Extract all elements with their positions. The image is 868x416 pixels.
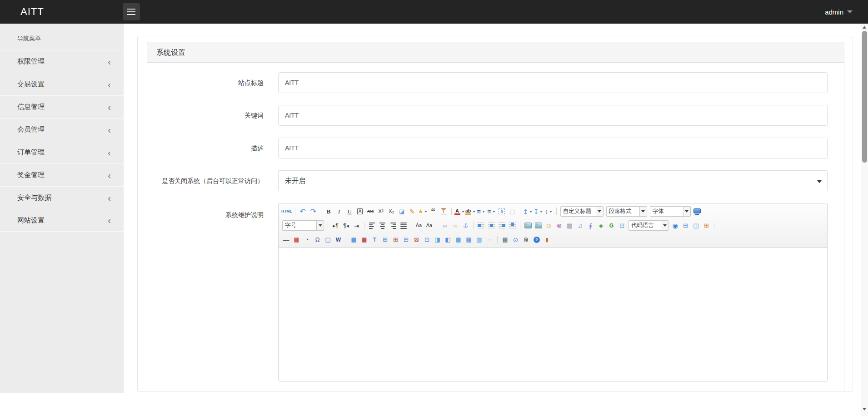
subscript-icon[interactable]: X₂ [387, 207, 396, 217]
image-block-center-icon[interactable] [487, 221, 496, 231]
italic-icon[interactable]: I [334, 207, 344, 217]
indent-icon[interactable]: ⇥ [352, 221, 361, 231]
webapp-icon[interactable]: ◉ [670, 221, 680, 231]
undo-icon[interactable]: ↶ [298, 207, 308, 217]
align-right-icon[interactable] [388, 221, 398, 231]
custom-title-dropdown[interactable]: 自定义标题 [560, 206, 604, 217]
sidebar-item[interactable]: 奖金管理‹ [0, 163, 124, 186]
image-float-left-icon[interactable] [476, 221, 486, 231]
select-all-icon[interactable]: a [497, 207, 507, 217]
insert-video-icon[interactable]: ▥ [565, 221, 574, 231]
sidebar-item[interactable]: 信息管理‹ [0, 95, 124, 118]
merge-down-icon[interactable]: ◧ [443, 235, 453, 245]
search-replace-icon[interactable]: ⋒ [521, 235, 531, 245]
link-icon[interactable]: ∞ [440, 221, 449, 231]
brand-logo[interactable]: AITT [20, 0, 44, 24]
font-border-icon[interactable]: A [355, 207, 365, 217]
delete-row-icon[interactable]: ⊟ [401, 235, 411, 245]
merge-cells-icon[interactable]: ⊡ [422, 235, 432, 245]
unordered-list-icon[interactable]: ≡ [487, 207, 496, 217]
insert-frame-icon[interactable]: ⊡ [617, 221, 627, 231]
remove-format-icon[interactable]: ◪ [397, 207, 407, 217]
strikethrough-icon[interactable]: ABC [366, 207, 375, 217]
system-close-select[interactable]: 未开启 [278, 170, 828, 191]
code-language-dropdown[interactable]: 代码语言 [629, 220, 668, 231]
template-icon[interactable]: ◫ [691, 221, 701, 231]
redo-icon[interactable]: ↷ [309, 207, 318, 217]
format-brush-icon[interactable]: ✎ [408, 207, 417, 217]
align-justify-icon[interactable] [399, 221, 408, 231]
paragraph-spacing-top-icon[interactable]: ↥ [523, 207, 533, 217]
page-break-icon[interactable]: ⊟ [681, 221, 690, 231]
unlink-icon[interactable]: ∞ [450, 221, 460, 231]
delete-col-icon[interactable]: ⊠ [412, 235, 421, 245]
font-size-dropdown[interactable]: 字号 [282, 220, 324, 231]
site-title-input[interactable] [278, 72, 828, 93]
paragraph-spacing-bottom-icon[interactable]: ↧ [534, 207, 543, 217]
charts-icon[interactable]: ▱ [485, 235, 494, 245]
superscript-icon[interactable]: X² [376, 207, 386, 217]
attachment-icon[interactable]: ∮ [586, 221, 595, 231]
insert-date-icon[interactable]: ▦ [292, 235, 301, 245]
horizontal-rule-icon[interactable]: — [281, 235, 291, 245]
ordered-list-icon[interactable]: ≡ [476, 207, 486, 217]
description-input[interactable] [278, 138, 828, 158]
ltr-paragraph-icon[interactable]: ▸¶ [331, 221, 340, 231]
font-color-icon[interactable]: A [454, 207, 464, 217]
special-chars-icon[interactable]: Ω [313, 235, 322, 245]
emotion-icon[interactable]: ☺ [544, 221, 554, 231]
table-title-icon[interactable]: T [370, 235, 379, 245]
split-rows-icon[interactable]: ▤ [464, 235, 474, 245]
align-left-icon[interactable] [367, 221, 377, 231]
delete-table-icon[interactable]: ▦ [359, 235, 369, 245]
image-float-right-icon[interactable] [497, 221, 507, 231]
upload-image-icon[interactable] [534, 221, 543, 231]
scroll-down-arrow-icon[interactable] [863, 408, 866, 411]
sidebar-item[interactable]: 订单管理‹ [0, 141, 124, 163]
source-code-icon[interactable]: HTML [281, 207, 292, 217]
insert-table-icon[interactable]: ▦ [349, 235, 359, 245]
line-height-icon[interactable]: ↕ [544, 207, 554, 217]
sidebar-item[interactable]: 会员管理‹ [0, 118, 124, 141]
sidebar-toggle-button[interactable] [123, 3, 140, 20]
screenshot-icon[interactable]: ⊞ [702, 221, 711, 231]
sidebar-item[interactable]: 安全与数据‹ [0, 186, 124, 209]
print-icon[interactable]: ▤ [500, 235, 510, 245]
anchor-icon[interactable]: ⚓ [461, 221, 470, 231]
rtl-paragraph-icon[interactable]: ¶◂ [341, 221, 351, 231]
font-family-dropdown[interactable]: 字体 [650, 206, 691, 217]
blockquote-icon[interactable]: “ [429, 207, 438, 217]
paste-plain-icon[interactable]: T [439, 207, 449, 217]
to-uppercase-icon[interactable]: Âa [414, 221, 424, 231]
paragraph-format-dropdown[interactable]: 段落格式 [606, 206, 647, 217]
align-center-icon[interactable] [378, 221, 387, 231]
scroll-up-arrow-icon[interactable] [863, 26, 866, 29]
user-menu[interactable]: admin [825, 0, 853, 24]
clear-doc-icon[interactable]: ▢ [508, 207, 517, 217]
editor-content-area[interactable] [279, 248, 827, 381]
underline-icon[interactable]: U [345, 207, 354, 217]
sidebar-item[interactable]: 网站设置‹ [0, 209, 124, 232]
insert-col-icon[interactable]: ⊞ [391, 235, 400, 245]
preview-icon[interactable]: ⊙ [511, 235, 520, 245]
sidebar-item[interactable]: 交易设置‹ [0, 73, 124, 95]
insert-time-icon[interactable]: ◔ [302, 235, 312, 245]
merge-right-icon[interactable]: ◨ [433, 235, 442, 245]
keywords-input[interactable] [278, 105, 828, 126]
split-cols-icon[interactable]: ▥ [474, 235, 484, 245]
insert-image-icon[interactable] [523, 221, 533, 231]
bold-icon[interactable]: B [324, 207, 334, 217]
map-icon[interactable]: ◈ [596, 221, 606, 231]
sidebar-item[interactable]: 权限管理‹ [0, 50, 124, 73]
to-lowercase-icon[interactable]: Áa [424, 221, 434, 231]
music-icon[interactable]: ♫ [575, 221, 585, 231]
insert-row-icon[interactable]: ⊞ [380, 235, 390, 245]
image-transfer-icon[interactable]: ◱ [323, 235, 333, 245]
preview-screen-icon[interactable] [693, 207, 702, 217]
google-map-icon[interactable]: G [607, 221, 616, 231]
help-icon[interactable]: ? [532, 235, 541, 245]
highlight-color-icon[interactable]: ab [465, 207, 475, 217]
clipboard-icon[interactable]: ▮ [542, 235, 552, 245]
scrawl-icon[interactable]: ⊛ [554, 221, 564, 231]
auto-typeset-icon[interactable]: ★ [418, 207, 428, 217]
